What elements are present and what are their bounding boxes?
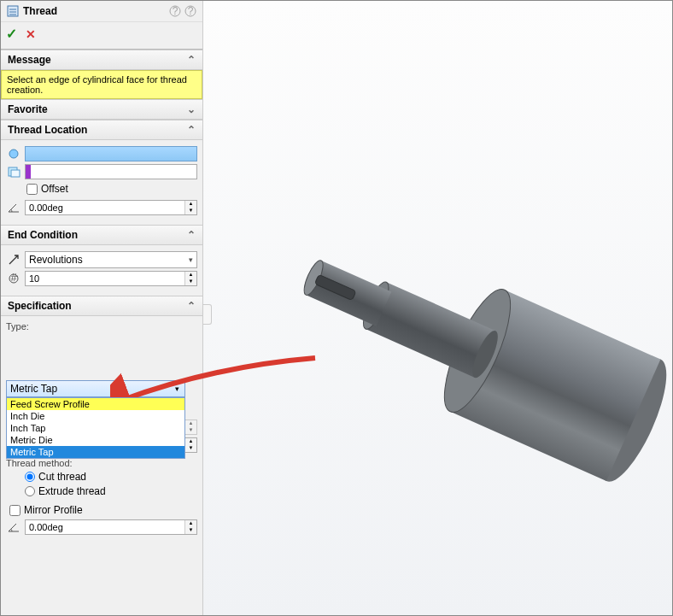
collapse-icon: ⌃ xyxy=(187,124,196,136)
svg-text:#: # xyxy=(11,272,17,284)
start-angle-icon xyxy=(6,200,21,215)
collapse-icon: ⌃ xyxy=(187,300,196,312)
section-label: Thread Location xyxy=(8,124,87,136)
face-selection-icon xyxy=(6,164,21,179)
end-condition-section-body: Revolutions ▾ # ▲▼ xyxy=(1,245,202,296)
help-icon[interactable]: ? xyxy=(168,4,182,18)
mirror-profile-checkbox[interactable] xyxy=(9,505,20,516)
edge-selection-field[interactable] xyxy=(25,146,197,161)
spinner-buttons[interactable]: ▲▼ xyxy=(184,201,196,214)
end-condition-section-header[interactable]: End Condition ⌃ xyxy=(1,225,202,245)
start-angle-input[interactable] xyxy=(26,201,184,214)
cut-thread-radio[interactable] xyxy=(25,472,35,482)
message-section-header[interactable]: Message ⌃ xyxy=(1,50,202,70)
dropdown-arrow-icon: ▾ xyxy=(189,255,193,264)
cut-thread-label: Cut thread xyxy=(38,471,86,483)
direction-icon[interactable] xyxy=(6,252,21,267)
spinner-buttons[interactable]: ▲▼ xyxy=(184,520,196,534)
mirror-profile-label: Mirror Profile xyxy=(24,504,83,516)
3d-model xyxy=(203,1,672,615)
svg-text:?: ? xyxy=(188,5,194,17)
thread-method-group: Cut thread Extrude thread xyxy=(25,471,197,497)
section-label: End Condition xyxy=(8,229,78,241)
revolutions-field[interactable]: ▲▼ xyxy=(25,271,197,286)
ok-button[interactable]: ✓ xyxy=(6,26,17,42)
hint-message: Select an edge of cylindrical face for t… xyxy=(1,70,202,99)
favorite-section-header[interactable]: Favorite ⌄ xyxy=(1,99,202,120)
collapse-icon: ⌃ xyxy=(187,229,196,241)
type-option[interactable]: Inch Tap xyxy=(7,422,184,434)
final-angle-input[interactable] xyxy=(26,520,184,534)
start-angle-field[interactable]: ▲▼ xyxy=(25,200,197,215)
revolutions-input[interactable] xyxy=(26,272,184,285)
cancel-button[interactable]: ✕ xyxy=(26,27,36,41)
3d-viewport[interactable] xyxy=(203,1,672,615)
extrude-thread-radio[interactable] xyxy=(25,486,35,496)
mirror-profile-row: Mirror Profile xyxy=(9,504,197,516)
offset-label: Offset xyxy=(41,183,68,195)
end-condition-select[interactable]: Revolutions ▾ xyxy=(25,251,197,268)
thread-location-section-header[interactable]: Thread Location ⌃ xyxy=(1,120,202,140)
svg-text:?: ? xyxy=(173,5,178,17)
type-option[interactable]: Inch Die xyxy=(7,410,184,422)
expand-icon: ⌄ xyxy=(187,103,196,115)
type-select[interactable]: Metric Tap ▾ xyxy=(6,380,185,397)
face-selection-field[interactable] xyxy=(25,164,197,179)
revolutions-icon: # xyxy=(6,271,21,286)
type-option[interactable]: Feed Screw Profile xyxy=(7,398,184,410)
type-option[interactable]: Metric Die xyxy=(7,434,184,446)
thread-feature-panel: Thread ? ? ✓ ✕ Message ⌃ Select an edge … xyxy=(1,1,203,615)
edge-selection-icon xyxy=(6,146,21,161)
specification-section-header[interactable]: Specification ⌃ xyxy=(1,296,202,316)
info-icon[interactable]: ? xyxy=(184,4,197,18)
spinner-buttons[interactable]: ▲▼ xyxy=(184,420,196,434)
section-label: Message xyxy=(8,54,51,66)
message-section-body: Select an edge of cylindrical face for t… xyxy=(1,70,202,99)
cut-thread-option[interactable]: Cut thread xyxy=(25,471,197,483)
panel-header: Thread ? ? xyxy=(1,1,202,22)
type-option[interactable]: Metric Tap xyxy=(7,446,184,458)
section-label: Specification xyxy=(8,300,72,312)
spinner-buttons[interactable]: ▲▼ xyxy=(184,438,196,452)
dropdown-arrow-icon: ▾ xyxy=(175,384,179,393)
thread-method-label: Thread method: xyxy=(6,458,197,468)
offset-checkbox[interactable] xyxy=(26,184,38,195)
spinner-buttons[interactable]: ▲▼ xyxy=(184,272,196,285)
thread-location-section-body: Offset ▲▼ xyxy=(1,140,202,225)
extrude-thread-option[interactable]: Extrude thread xyxy=(25,485,197,497)
final-angle-field[interactable]: ▲▼ xyxy=(25,519,197,535)
thread-feature-icon xyxy=(6,4,20,18)
section-label: Favorite xyxy=(8,103,48,115)
type-select-value: Metric Tap xyxy=(10,383,57,395)
svg-rect-7 xyxy=(11,170,20,177)
panel-title: Thread xyxy=(23,5,167,17)
confirm-row: ✓ ✕ xyxy=(1,22,202,50)
svg-point-5 xyxy=(9,150,18,158)
type-label: Type: xyxy=(6,321,197,331)
end-condition-value: Revolutions xyxy=(29,254,83,266)
collapse-icon: ⌃ xyxy=(187,54,196,66)
extrude-thread-label: Extrude thread xyxy=(38,485,106,497)
type-select-listbox[interactable]: Feed Screw ProfileInch DieInch TapMetric… xyxy=(6,397,185,459)
final-angle-icon xyxy=(6,519,21,535)
offset-checkbox-row: Offset xyxy=(26,183,197,195)
